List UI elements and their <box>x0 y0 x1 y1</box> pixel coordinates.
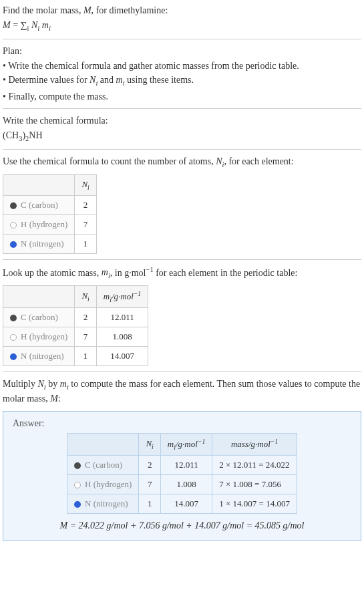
carbon-dot-icon <box>10 202 17 209</box>
count-section: Use the chemical formula to count the nu… <box>3 155 361 253</box>
table-row: H (hydrogen) 7 <box>3 214 97 234</box>
final-result: M = 24.022 g/mol + 7.056 g/mol + 14.007 … <box>13 520 351 531</box>
chem-formula-label: Write the chemical formula: <box>3 114 361 128</box>
mass-section: Look up the atomic mass, mi, in g·mol−1 … <box>3 265 361 366</box>
element-label: H (hydrogen) <box>21 331 67 341</box>
mass-intro: Look up the atomic mass, mi, in g·mol−1 … <box>3 265 361 281</box>
divider <box>3 108 361 109</box>
mi-header: mi/g·mol−1 <box>96 285 148 307</box>
m-cell: 1.008 <box>96 327 148 346</box>
mass-cell: 7 × 1.008 = 7.056 <box>212 474 297 494</box>
nitrogen-dot-icon <box>74 501 81 508</box>
m-cell: 14.007 <box>160 494 212 513</box>
element-label: N (nitrogen) <box>21 351 64 361</box>
ni-header: Ni <box>139 433 160 455</box>
blank-header <box>3 285 75 307</box>
multiply-intro: Multiply Ni by mi to compute the mass fo… <box>3 378 361 406</box>
hydrogen-dot-icon <box>74 482 81 488</box>
element-label: C (carbon) <box>85 460 122 470</box>
mass-header: mass/g·mol−1 <box>212 433 297 455</box>
element-cell: N (nitrogen) <box>3 346 75 365</box>
plan-title: Plan: <box>3 45 361 58</box>
chem-formula: (CH3)2NH <box>3 129 361 144</box>
table-row: H (hydrogen) 7 1.008 7 × 1.008 = 7.056 <box>67 474 297 494</box>
hydrogen-dot-icon <box>10 222 17 229</box>
ni-header: Ni <box>75 174 96 195</box>
divider <box>3 149 361 150</box>
element-cell: H (hydrogen) <box>67 474 139 494</box>
blank-header <box>67 433 139 455</box>
element-cell: C (carbon) <box>3 195 75 214</box>
n-cell: 2 <box>75 307 96 327</box>
count-intro: Use the chemical formula to count the nu… <box>3 155 361 170</box>
mass-cell: 1 × 14.007 = 14.007 <box>212 494 297 513</box>
m-cell: 12.011 <box>96 307 148 327</box>
table-row: C (carbon) 2 12.011 <box>3 307 148 327</box>
carbon-dot-icon <box>74 462 81 469</box>
plan-section: Plan: • Write the chemical formula and g… <box>3 45 361 103</box>
element-cell: H (hydrogen) <box>3 327 75 346</box>
blank-header <box>3 174 75 195</box>
m-cell: 1.008 <box>160 474 212 494</box>
n-cell: 7 <box>139 474 160 494</box>
mass-table: Ni mi/g·mol−1 C (carbon) 2 12.011 H (hyd… <box>3 285 148 366</box>
intro-section: Find the molar mass, M, for dimethylamin… <box>3 4 361 33</box>
answer-title: Answer: <box>13 418 351 429</box>
nitrogen-dot-icon <box>10 241 17 248</box>
n-cell: 7 <box>75 327 96 346</box>
m-cell: 14.007 <box>96 346 148 365</box>
table-row: H (hydrogen) 7 1.008 <box>3 327 148 346</box>
n-cell: 1 <box>139 494 160 513</box>
ni-header: Ni <box>75 285 96 307</box>
element-label: N (nitrogen) <box>21 239 64 249</box>
element-label: C (carbon) <box>21 200 58 210</box>
multiply-section: Multiply Ni by mi to compute the mass fo… <box>3 378 361 406</box>
element-cell: C (carbon) <box>67 455 139 474</box>
divider <box>3 259 361 260</box>
element-cell: N (nitrogen) <box>3 234 75 253</box>
intro-line: Find the molar mass, M, for dimethylamin… <box>3 4 361 17</box>
element-label: H (hydrogen) <box>85 479 132 489</box>
n-cell: 2 <box>75 195 96 214</box>
nitrogen-dot-icon <box>10 353 17 360</box>
table-row: C (carbon) 2 <box>3 195 97 214</box>
n-cell: 7 <box>75 214 96 234</box>
answer-box: Answer: Ni mi/g·mol−1 mass/g·mol−1 C (ca… <box>3 411 361 541</box>
plan-bullet-2: • Determine values for Ni and mi using t… <box>3 73 361 88</box>
element-cell: C (carbon) <box>3 307 75 327</box>
plan-bullet-1: • Write the chemical formula and gather … <box>3 59 361 73</box>
n-cell: 1 <box>75 234 96 253</box>
answer-table: Ni mi/g·mol−1 mass/g·mol−1 C (carbon) 2 … <box>67 433 297 514</box>
n-cell: 1 <box>75 346 96 365</box>
element-cell: H (hydrogen) <box>3 214 75 234</box>
divider <box>3 39 361 39</box>
n-cell: 2 <box>139 455 160 474</box>
plan-bullet-3: • Finally, compute the mass. <box>3 90 361 104</box>
element-cell: N (nitrogen) <box>67 494 139 513</box>
count-table: Ni C (carbon) 2 H (hydrogen) 7 N (nitrog… <box>3 174 97 254</box>
element-label: N (nitrogen) <box>85 498 128 508</box>
table-row: N (nitrogen) 1 14.007 1 × 14.007 = 14.00… <box>67 494 297 513</box>
element-label: C (carbon) <box>21 312 58 322</box>
table-row: C (carbon) 2 12.011 2 × 12.011 = 24.022 <box>67 455 297 474</box>
m-cell: 12.011 <box>160 455 212 474</box>
hydrogen-dot-icon <box>10 334 17 341</box>
divider <box>3 371 361 372</box>
chemical-formula-section: Write the chemical formula: (CH3)2NH <box>3 114 361 144</box>
element-label: H (hydrogen) <box>21 219 67 229</box>
table-row: N (nitrogen) 1 14.007 <box>3 346 148 365</box>
carbon-dot-icon <box>10 315 17 321</box>
intro-formula: M = ∑i Ni mi <box>3 19 361 33</box>
mi-header: mi/g·mol−1 <box>160 433 212 455</box>
mass-cell: 2 × 12.011 = 24.022 <box>212 455 297 474</box>
table-row: N (nitrogen) 1 <box>3 234 97 253</box>
